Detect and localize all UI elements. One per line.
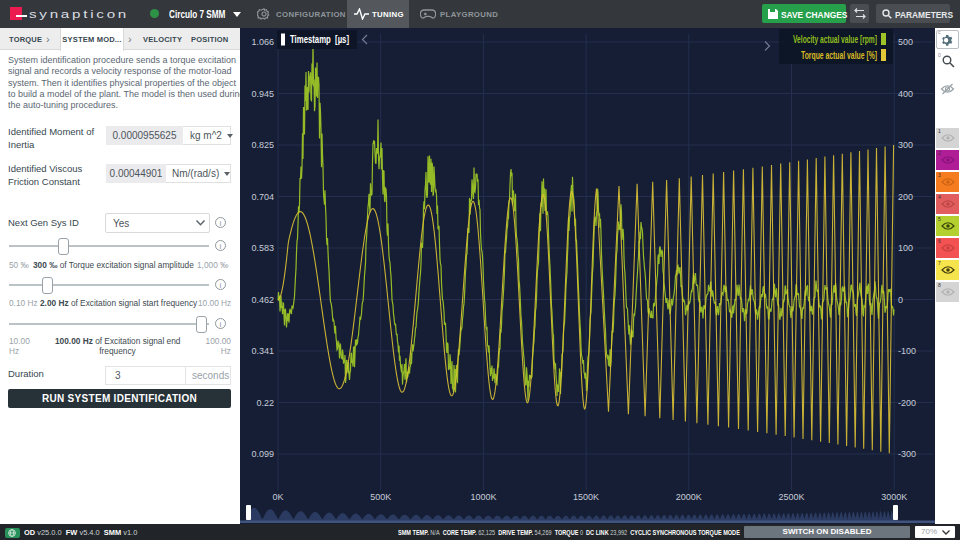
svg-text:2500K: 2500K xyxy=(778,492,804,502)
svg-text:0.704: 0.704 xyxy=(251,192,274,202)
svg-text:300: 300 xyxy=(898,140,913,150)
svg-text:100: 100 xyxy=(898,243,913,253)
svg-text:1000K: 1000K xyxy=(470,492,496,502)
svg-text:200: 200 xyxy=(898,192,913,202)
svg-text:1.066: 1.066 xyxy=(251,37,274,47)
svg-text:3000K: 3000K xyxy=(881,492,907,502)
svg-text:0.22: 0.22 xyxy=(256,398,274,408)
svg-text:0.341: 0.341 xyxy=(251,346,274,356)
svg-text:Velocity actual value [rpm]: Velocity actual value [rpm] xyxy=(793,33,877,45)
svg-text:0.945: 0.945 xyxy=(251,89,274,99)
svg-text:synapticon: synapticon xyxy=(29,8,129,20)
svg-text:0.825: 0.825 xyxy=(251,140,274,150)
svg-text:2000K: 2000K xyxy=(676,492,702,502)
svg-text:500: 500 xyxy=(898,37,913,47)
svg-text:0: 0 xyxy=(898,295,903,305)
svg-text:0.583: 0.583 xyxy=(251,243,274,253)
svg-text:400: 400 xyxy=(898,89,913,99)
svg-text:Torque actual value [%]: Torque actual value [%] xyxy=(801,49,877,61)
svg-text:-100: -100 xyxy=(898,346,916,356)
svg-text:500K: 500K xyxy=(370,492,391,502)
svg-text:-200: -200 xyxy=(898,398,916,408)
svg-text:1500K: 1500K xyxy=(573,492,599,502)
svg-text:0K: 0K xyxy=(272,492,283,502)
svg-text:Timestamp [µs]: Timestamp [µs] xyxy=(290,34,349,45)
svg-text:0.099: 0.099 xyxy=(251,449,274,459)
svg-text:0.462: 0.462 xyxy=(251,295,274,305)
svg-text:-300: -300 xyxy=(898,449,916,459)
